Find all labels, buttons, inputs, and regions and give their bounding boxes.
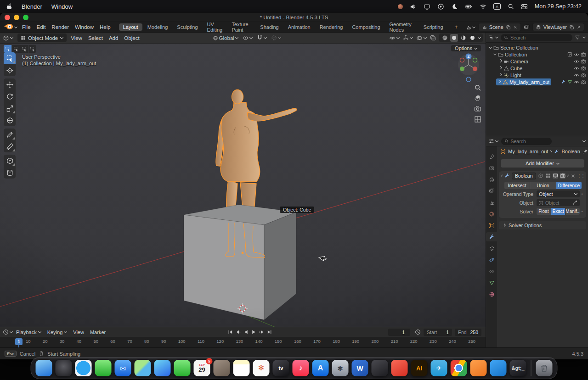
tab-material[interactable] xyxy=(486,290,497,299)
disable-render-icon[interactable] xyxy=(581,73,586,78)
outliner-row-my-lady-arm-out[interactable]: My_lady_arm_out xyxy=(486,78,588,85)
shading-wireframe-button[interactable] xyxy=(441,34,449,42)
topbar-menu-item[interactable]: Window xyxy=(75,24,94,30)
browse-viewlayer-icon[interactable] xyxy=(524,24,530,30)
viewport-menu-item[interactable]: Select xyxy=(88,35,103,41)
shading-material-button[interactable] xyxy=(459,34,467,42)
hide-eye-icon[interactable] xyxy=(574,59,579,64)
breadcrumb-object-name[interactable]: My_lady_arm_out xyxy=(508,149,548,154)
dock-icon-preview[interactable] xyxy=(214,360,230,376)
jump-to-end-button[interactable] xyxy=(266,329,273,335)
workspace-tab[interactable]: Texture Paint xyxy=(227,21,255,34)
object-visibility-dropdown[interactable] xyxy=(389,35,400,41)
timeline-menu-item[interactable]: Keying xyxy=(47,330,68,335)
solver-option[interactable]: Exact xyxy=(551,208,566,215)
timeline-menu-item[interactable]: Marker xyxy=(90,330,106,335)
dock-icon-blender[interactable] xyxy=(470,360,487,376)
outliner-filter-dropdown-icon[interactable] xyxy=(582,35,586,39)
playhead[interactable]: 1 xyxy=(15,338,23,345)
tab-output[interactable] xyxy=(486,175,497,184)
outliner-row-camera[interactable]: Camera xyxy=(486,58,588,65)
expand-icon[interactable] xyxy=(498,80,501,83)
properties-editor-type-button[interactable] xyxy=(488,138,498,144)
rotate-tool[interactable] xyxy=(4,90,16,102)
properties-search[interactable] xyxy=(501,138,552,145)
workspace-tab[interactable]: Layout xyxy=(119,23,142,31)
dock-icon-music[interactable]: ♪ xyxy=(293,360,309,376)
editor-type-button[interactable] xyxy=(3,35,13,41)
measure-tool[interactable] xyxy=(4,140,16,152)
scene-selector[interactable]: Scene xyxy=(478,23,521,31)
dock-icon-apple-tv[interactable]: tv xyxy=(273,360,289,376)
disable-render-icon[interactable] xyxy=(581,66,586,71)
display-mirroring-icon[interactable] xyxy=(424,3,430,10)
viewport-menu-item[interactable]: View xyxy=(71,35,82,41)
pivot-point-dropdown[interactable] xyxy=(243,35,253,41)
screen-recording-icon[interactable] xyxy=(398,4,403,9)
outliner-search-input[interactable] xyxy=(510,35,569,40)
dock-icon-illustrator[interactable]: Ai xyxy=(411,360,428,376)
display-realtime-toggle[interactable] xyxy=(553,173,558,179)
viewport-canvas[interactable]: User Perspective (1) Collection | My_lad… xyxy=(0,44,486,327)
properties-filter-dropdown-icon[interactable] xyxy=(582,139,586,142)
outliner-search[interactable] xyxy=(501,34,572,41)
expand-icon[interactable] xyxy=(489,45,492,49)
workspace-tab[interactable]: Scripting xyxy=(419,23,447,31)
dock-icon-messages[interactable] xyxy=(95,360,112,376)
select-mode-extend-button[interactable] xyxy=(12,45,20,53)
pan-hand-icon[interactable] xyxy=(474,95,481,102)
topbar-menu-item[interactable]: Edit xyxy=(37,24,46,30)
apple-menu-icon[interactable] xyxy=(6,3,13,10)
timeline-ruler[interactable]: 1020304050607080901001101201301401501601… xyxy=(0,337,486,348)
drag-handle-icon[interactable]: ⋮⋮ xyxy=(577,173,585,178)
dock-icon-word[interactable]: W xyxy=(352,360,368,376)
workspace-tab[interactable]: Modeling xyxy=(143,23,172,31)
dock-icon-notes[interactable] xyxy=(233,360,250,376)
options-dropdown[interactable]: Options xyxy=(451,45,481,51)
snapping-magnet-toggle[interactable] xyxy=(257,35,267,41)
tab-particles[interactable] xyxy=(486,244,497,253)
viewport-menu-item[interactable]: Add xyxy=(109,35,118,41)
dock-icon-trash[interactable] xyxy=(536,360,553,376)
tab-object-data[interactable] xyxy=(486,278,497,287)
new-viewlayer-button[interactable] xyxy=(569,25,574,30)
operand-type-dropdown[interactable]: Object xyxy=(537,190,580,197)
dock-icon-maps[interactable] xyxy=(135,360,151,376)
viewport-menu-item[interactable]: Object xyxy=(124,35,139,41)
dock-icon-iphone-mirroring[interactable] xyxy=(372,360,388,376)
timeline-menu-item[interactable]: View xyxy=(73,330,84,335)
shading-solid-button[interactable] xyxy=(450,34,458,42)
frame-start-field[interactable]: Start 1 xyxy=(424,329,452,336)
operation-tab[interactable]: Difference xyxy=(556,182,582,189)
tab-object[interactable] xyxy=(486,221,497,230)
select-box-tool[interactable] xyxy=(4,52,16,64)
auto-keying-clock-icon[interactable] xyxy=(415,329,421,335)
timeline-menu-item[interactable]: Playback xyxy=(16,330,41,335)
animate-dot-icon[interactable]: • xyxy=(580,192,584,196)
display-cage-toggle[interactable] xyxy=(545,173,551,179)
dock-icon-safari[interactable] xyxy=(75,360,92,376)
hide-eye-icon[interactable] xyxy=(574,66,579,71)
tab-physics[interactable] xyxy=(486,255,497,264)
dock-icon-finder[interactable] xyxy=(36,360,52,376)
add-cube-tool[interactable] xyxy=(4,155,16,167)
transform-tool[interactable] xyxy=(4,114,16,126)
panel-collapse-icon[interactable] xyxy=(501,174,503,176)
dock-icon-vscode[interactable] xyxy=(490,360,507,376)
breadcrumb-modifier-name[interactable]: Boolean xyxy=(561,149,580,154)
workspace-tab[interactable]: UV Editing xyxy=(203,21,227,34)
mode-dropdown[interactable]: Object Mode xyxy=(17,34,67,42)
animate-dot-icon[interactable]: • xyxy=(580,209,584,214)
select-mode-new-button[interactable] xyxy=(4,45,11,53)
hide-eye-icon[interactable] xyxy=(574,79,579,85)
duplicate-scene-button[interactable] xyxy=(506,25,511,30)
jump-to-start-button[interactable] xyxy=(227,329,234,335)
remove-modifier-button[interactable] xyxy=(571,173,576,179)
camera-view-icon[interactable] xyxy=(474,105,481,112)
hide-eye-icon[interactable] xyxy=(574,73,579,78)
eyedropper-icon[interactable] xyxy=(572,200,577,205)
solver-option[interactable]: Float xyxy=(537,208,551,215)
current-frame-field[interactable]: 1 xyxy=(388,329,410,336)
control-center-icon[interactable] xyxy=(521,3,528,10)
now-playing-icon[interactable] xyxy=(437,3,444,10)
